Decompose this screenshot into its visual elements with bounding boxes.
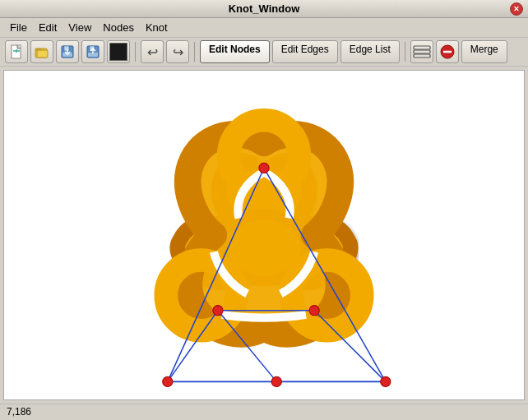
save-as-button[interactable] (81, 40, 104, 63)
toolbar: ↩ ↪ Edit Nodes Edit Edges Edge List Merg… (0, 38, 528, 67)
node-bottom-right (381, 376, 391, 386)
svg-rect-16 (414, 50, 430, 53)
menu-knot[interactable]: Knot (141, 20, 173, 35)
undo-button[interactable]: ↩ (141, 40, 164, 63)
color-picker[interactable] (107, 40, 130, 63)
menu-nodes[interactable]: Nodes (98, 20, 139, 35)
canvas-area[interactable] (3, 70, 525, 400)
redo-icon: ↪ (173, 44, 183, 60)
new-file-button[interactable] (5, 40, 28, 63)
knot-canvas (4, 71, 524, 399)
svg-rect-17 (414, 54, 430, 58)
svg-rect-6 (37, 50, 48, 58)
separator-1 (135, 42, 136, 62)
tab-edge-list[interactable]: Edge List (340, 40, 400, 63)
undo-icon: ↩ (147, 44, 158, 60)
status-bar: 7,186 (0, 404, 528, 420)
tab-edit-nodes[interactable]: Edit Nodes (200, 40, 270, 63)
close-button[interactable]: ✕ (510, 2, 523, 16)
node-top (259, 163, 269, 173)
merge-button[interactable]: Merge (461, 40, 507, 63)
title-bar: Knot_Window ✕ (0, 0, 528, 18)
node-inner-left (213, 306, 223, 316)
node-inner-right (309, 306, 319, 316)
separator-2 (194, 42, 195, 62)
menu-bar: File Edit View Nodes Knot (0, 18, 528, 38)
cancel-button[interactable] (436, 40, 459, 63)
tab-edit-edges[interactable]: Edit Edges (272, 40, 338, 63)
svg-rect-15 (414, 46, 430, 49)
menu-view[interactable]: View (63, 20, 96, 35)
status-text: 7,186 (7, 406, 31, 418)
redo-button[interactable]: ↪ (166, 40, 189, 63)
open-button[interactable] (30, 40, 53, 63)
menu-file[interactable]: File (5, 20, 32, 35)
save-button[interactable] (56, 40, 79, 63)
window-title: Knot_Window (229, 2, 300, 15)
svg-rect-8 (64, 46, 69, 51)
stack-button[interactable] (410, 40, 433, 63)
node-bottom-left (163, 376, 173, 386)
menu-edit[interactable]: Edit (34, 20, 62, 35)
color-box (109, 43, 127, 61)
separator-3 (405, 42, 405, 62)
node-bottom-center (271, 376, 281, 386)
